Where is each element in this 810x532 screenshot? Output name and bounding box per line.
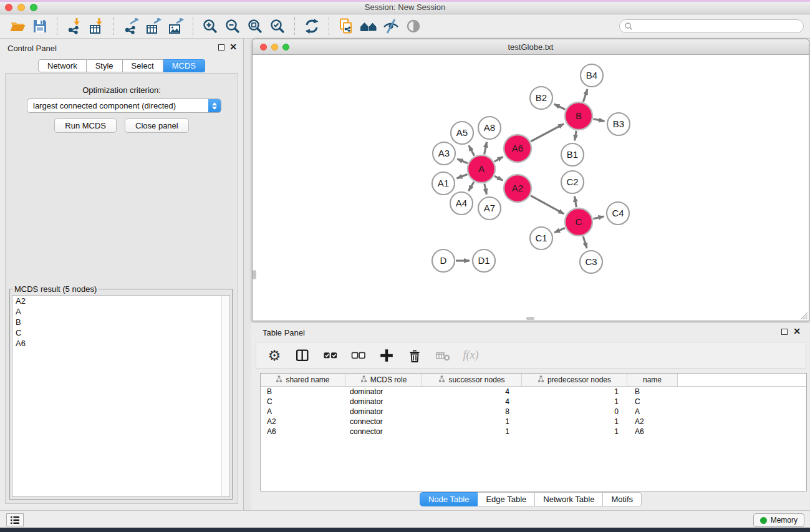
graph-node-B[interactable]: B bbox=[565, 102, 592, 130]
save-session-button[interactable] bbox=[29, 16, 51, 36]
tab-edge-table[interactable]: Edge Table bbox=[478, 492, 535, 506]
tab-select[interactable]: Select bbox=[123, 59, 163, 72]
graph-edge-B-B1[interactable] bbox=[575, 131, 577, 141]
network-zoom-button[interactable] bbox=[282, 44, 289, 51]
graph-edge-A-A7[interactable] bbox=[485, 184, 487, 195]
minimize-window-button[interactable] bbox=[17, 4, 25, 11]
show-panels-button[interactable] bbox=[402, 16, 425, 36]
table-cell[interactable]: 8 bbox=[422, 407, 522, 417]
table-row[interactable]: A6connector11A6 bbox=[261, 427, 806, 437]
add-column-button[interactable] bbox=[378, 347, 395, 364]
graph-node-B3[interactable]: B3 bbox=[607, 113, 630, 135]
network-canvas[interactable]: B4B2BB3A5A8A6A3B1AA1C2A2A4A7C4CC1DD1C3 bbox=[253, 56, 809, 321]
column-header-name[interactable]: name bbox=[627, 374, 678, 386]
graph-node-D[interactable]: D bbox=[432, 249, 455, 272]
select-all-button[interactable] bbox=[322, 347, 339, 364]
task-history-button[interactable] bbox=[6, 513, 24, 526]
tab-node-table[interactable]: Node Table bbox=[420, 492, 478, 506]
tab-network[interactable]: Network bbox=[38, 59, 87, 72]
graph-node-A7[interactable]: A7 bbox=[478, 197, 501, 220]
table-row[interactable]: A2connector11A2 bbox=[261, 417, 806, 427]
tab-mcds[interactable]: MCDS bbox=[163, 59, 205, 72]
graph-node-A[interactable]: A bbox=[468, 155, 495, 183]
graph-node-A1[interactable]: A1 bbox=[432, 172, 455, 195]
import-table-button[interactable] bbox=[85, 16, 108, 36]
table-cell[interactable]: 1 bbox=[522, 397, 627, 407]
node-table[interactable]: shared nameMCDS rolesuccessor nodesprede… bbox=[260, 373, 807, 491]
tab-style[interactable]: Style bbox=[87, 59, 123, 72]
graph-edge-B-B4[interactable] bbox=[583, 89, 587, 102]
table-cell[interactable]: A bbox=[627, 407, 678, 417]
function-builder-button[interactable]: f(x) bbox=[463, 347, 479, 364]
network-minimize-button[interactable] bbox=[271, 44, 278, 51]
delete-table-button[interactable] bbox=[435, 347, 451, 364]
result-list-item[interactable]: C bbox=[12, 327, 229, 338]
export-network-button[interactable] bbox=[120, 16, 142, 36]
table-row[interactable]: Cdominator41C bbox=[261, 397, 806, 407]
graph-edge-C-C4[interactable] bbox=[593, 216, 604, 219]
zoom-out-button[interactable] bbox=[221, 16, 244, 36]
close-panel-button[interactable]: ✕ bbox=[229, 44, 237, 50]
graph-edge-A6-B[interactable] bbox=[531, 124, 564, 142]
tab-network-table[interactable]: Network Table bbox=[535, 492, 603, 506]
table-row[interactable]: Bdominator41B bbox=[261, 387, 806, 397]
float-panel-button[interactable] bbox=[218, 44, 224, 51]
zoom-selected-button[interactable] bbox=[266, 16, 289, 36]
table-cell[interactable]: 1 bbox=[422, 427, 522, 437]
tab-motifs[interactable]: Motifs bbox=[603, 492, 642, 506]
graph-node-C3[interactable]: C3 bbox=[580, 251, 602, 273]
table-cell[interactable]: A6 bbox=[627, 427, 678, 437]
table-close-button[interactable]: ✕ bbox=[793, 328, 801, 334]
graph-node-A3[interactable]: A3 bbox=[433, 142, 455, 165]
graph-edge-C-C2[interactable] bbox=[575, 196, 577, 208]
table-cell[interactable]: 4 bbox=[422, 387, 522, 397]
graph-edge-C-C3[interactable] bbox=[583, 236, 587, 248]
resize-grip-icon[interactable] bbox=[800, 312, 808, 320]
graph-edge-A-A6[interactable] bbox=[494, 157, 503, 162]
table-cell[interactable]: dominator bbox=[345, 407, 422, 417]
table-cell[interactable]: connector bbox=[345, 427, 422, 437]
hide-panels-button[interactable] bbox=[380, 16, 402, 36]
graph-node-D1[interactable]: D1 bbox=[473, 249, 495, 272]
graph-edge-A-A4[interactable] bbox=[469, 182, 474, 191]
deselect-all-button[interactable] bbox=[350, 347, 367, 364]
table-cell[interactable]: 1 bbox=[522, 427, 627, 437]
table-cell[interactable]: 0 bbox=[522, 407, 627, 417]
graph-edge-A-A2[interactable] bbox=[494, 176, 503, 180]
close-panel-button2[interactable]: Close panel bbox=[125, 118, 189, 133]
table-cell[interactable]: A2 bbox=[627, 417, 678, 427]
result-list-item[interactable]: A bbox=[12, 306, 229, 317]
run-mcds-button[interactable]: Run MCDS bbox=[54, 118, 117, 133]
home-view-button[interactable] bbox=[357, 16, 380, 36]
graph-node-C1[interactable]: C1 bbox=[530, 227, 552, 249]
graph-edge-A-A1[interactable] bbox=[457, 174, 468, 178]
graph-edge-A-A5[interactable] bbox=[469, 145, 475, 156]
column-header-MCDS-role[interactable]: MCDS role bbox=[345, 374, 422, 386]
graph-edge-A2-C[interactable] bbox=[531, 196, 564, 214]
result-list-scrollbar[interactable] bbox=[221, 296, 229, 496]
result-list-item[interactable]: A2 bbox=[12, 296, 229, 306]
column-header-shared-name[interactable]: shared name bbox=[261, 374, 345, 386]
zoom-in-button[interactable] bbox=[199, 16, 221, 36]
graph-node-B2[interactable]: B2 bbox=[530, 87, 552, 109]
graph-node-B1[interactable]: B1 bbox=[561, 143, 584, 166]
column-layout-button[interactable] bbox=[294, 347, 311, 364]
graph-node-A6[interactable]: A6 bbox=[504, 135, 531, 162]
result-list-item[interactable]: B bbox=[12, 317, 229, 327]
table-cell[interactable]: B bbox=[261, 387, 345, 397]
graph-edge-A-A3[interactable] bbox=[457, 159, 468, 163]
vertical-scrollbar-thumb[interactable] bbox=[253, 270, 256, 279]
table-settings-button[interactable]: ⚙ bbox=[266, 347, 282, 364]
network-window-titlebar[interactable]: testGlobe.txt bbox=[253, 39, 809, 55]
graph-node-C2[interactable]: C2 bbox=[561, 171, 584, 193]
search-input[interactable] bbox=[635, 22, 799, 31]
export-table-button[interactable] bbox=[142, 16, 165, 36]
graph-node-C[interactable]: C bbox=[565, 208, 592, 236]
search-box[interactable] bbox=[619, 19, 804, 33]
table-row[interactable]: Adominator80A bbox=[261, 407, 806, 417]
table-cell[interactable]: C bbox=[627, 397, 678, 407]
graph-edge-C-C1[interactable] bbox=[554, 228, 565, 233]
graph-edge-B-B2[interactable] bbox=[554, 104, 566, 110]
table-cell[interactable]: dominator bbox=[345, 397, 422, 407]
zoom-window-button[interactable] bbox=[30, 4, 37, 11]
